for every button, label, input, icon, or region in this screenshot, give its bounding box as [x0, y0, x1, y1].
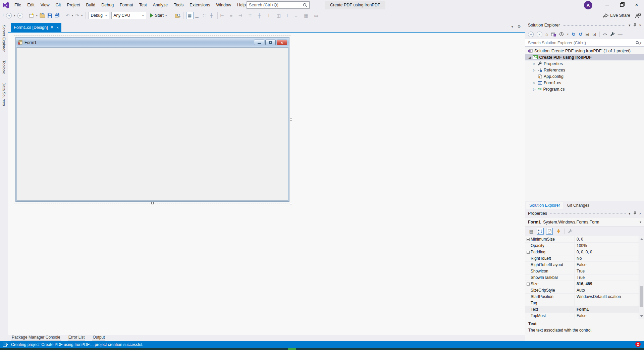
- expand-icon[interactable]: [527, 251, 530, 254]
- properties-wrench-icon[interactable]: [610, 32, 615, 37]
- chevron-collapsed-icon[interactable]: ▷: [533, 68, 536, 72]
- menu-edit[interactable]: Edit: [24, 1, 38, 9]
- property-row[interactable]: Opacity 100%: [525, 243, 644, 249]
- winforms-designer-surface[interactable]: Form1 ×: [8, 32, 525, 335]
- close-button[interactable]: ×: [629, 0, 644, 10]
- home-icon[interactable]: ⌂: [545, 32, 548, 37]
- tab-list-dropdown-icon[interactable]: ▾: [511, 24, 513, 29]
- chevron-collapsed-icon[interactable]: ▷: [533, 62, 536, 65]
- feedback-icon[interactable]: [3, 342, 8, 347]
- menu-format[interactable]: Format: [117, 1, 136, 9]
- undo-dropdown-icon[interactable]: ▾: [72, 14, 73, 17]
- undo-button[interactable]: ↶: [66, 13, 70, 18]
- property-value[interactable]: [574, 300, 644, 306]
- pane-drag-texture[interactable]: [550, 213, 626, 215]
- chevron-collapsed-icon[interactable]: ▷: [533, 88, 536, 91]
- close-pane-icon[interactable]: ×: [639, 23, 641, 27]
- property-value[interactable]: 100%: [574, 243, 644, 249]
- property-value[interactable]: 816, 489: [574, 281, 644, 287]
- menu-build[interactable]: Build: [83, 1, 98, 9]
- collapse-all-icon[interactable]: ⊟: [585, 32, 589, 37]
- expand-icon[interactable]: [527, 238, 530, 241]
- property-row[interactable]: ShowIcon True: [525, 268, 644, 274]
- properties-scrollbar[interactable]: [639, 236, 644, 319]
- solution-configuration-dropdown[interactable]: Debug ▾: [89, 12, 109, 19]
- view-code-icon[interactable]: <>: [603, 32, 607, 36]
- tab-output[interactable]: Output: [92, 335, 105, 341]
- property-value[interactable]: No: [574, 255, 644, 261]
- resize-handle-right[interactable]: [290, 118, 292, 120]
- close-pane-icon[interactable]: ×: [639, 211, 641, 215]
- property-value[interactable]: Form1: [574, 306, 644, 312]
- property-row[interactable]: Padding 0, 0, 0, 0: [525, 249, 644, 255]
- tree-row-appconfig[interactable]: App.config: [525, 73, 644, 80]
- tree-row-project[interactable]: ◢ C# Create PDF using IronPDF: [525, 54, 644, 60]
- redo-dropdown-icon[interactable]: ▾: [81, 14, 83, 17]
- navigate-forward-button[interactable]: ▸: [17, 13, 23, 18]
- tree-row-properties[interactable]: ▷ Properties: [525, 60, 644, 67]
- categorized-icon[interactable]: ▤: [528, 228, 535, 235]
- events-lightning-icon[interactable]: [555, 228, 562, 235]
- menu-view[interactable]: View: [38, 1, 53, 9]
- menu-analyze[interactable]: Analyze: [150, 1, 171, 9]
- sidebar-item-server-explorer[interactable]: Server Explorer: [2, 25, 6, 52]
- new-project-button[interactable]: [29, 13, 34, 18]
- property-value[interactable]: Auto: [574, 287, 644, 293]
- chevron-expanded-icon[interactable]: ◢: [528, 56, 531, 59]
- tree-row-references[interactable]: ▷ References: [525, 67, 644, 73]
- pane-menu-dropdown-icon[interactable]: ▾: [629, 211, 631, 216]
- show-grid-toggle[interactable]: ▦: [186, 12, 194, 19]
- start-debugging-button[interactable]: Start ▾: [148, 11, 169, 19]
- form-maximize-button[interactable]: [265, 40, 276, 45]
- pin-icon[interactable]: [633, 211, 637, 215]
- pane-menu-dropdown-icon[interactable]: ▾: [629, 23, 631, 28]
- menu-git[interactable]: Git: [53, 1, 64, 9]
- property-row[interactable]: ShowInTaskbar True: [525, 274, 644, 281]
- switch-views-icon[interactable]: [551, 32, 556, 37]
- tab-form1-design[interactable]: Form1.cs [Design] ×: [11, 23, 61, 32]
- menu-extensions[interactable]: Extensions: [186, 1, 213, 9]
- menu-debug[interactable]: Debug: [98, 1, 117, 9]
- property-row-selected[interactable]: Text Form1: [525, 306, 644, 313]
- property-value[interactable]: False: [574, 313, 644, 319]
- pending-changes-filter-icon[interactable]: [559, 32, 564, 37]
- show-all-files-icon[interactable]: —: [618, 32, 623, 37]
- new-project-dropdown-icon[interactable]: ▾: [36, 14, 38, 17]
- filter-dropdown-icon[interactable]: ▾: [567, 33, 569, 36]
- scroll-up-icon[interactable]: [640, 238, 643, 240]
- chevron-collapsed-icon[interactable]: ▷: [533, 81, 536, 85]
- find-in-files-button[interactable]: [175, 13, 180, 18]
- toolbar-grip[interactable]: ⋮: [0, 13, 4, 18]
- notification-bell[interactable]: 2: [635, 342, 641, 347]
- property-row[interactable]: StartPosition WindowsDefaultLocation: [525, 294, 644, 300]
- menu-project[interactable]: Project: [64, 1, 83, 9]
- tree-row-program[interactable]: ▷ C# Program.cs: [525, 86, 644, 92]
- sidebar-item-data-sources[interactable]: Data Sources: [2, 83, 6, 106]
- scroll-down-icon[interactable]: [640, 315, 643, 317]
- sidebar-item-toolbox[interactable]: Toolbox: [2, 60, 6, 74]
- menu-file[interactable]: File: [11, 1, 24, 9]
- open-folder-button[interactable]: [40, 13, 45, 18]
- alphabetical-sort-icon[interactable]: AZ: [537, 228, 544, 235]
- form-minimize-button[interactable]: [254, 40, 264, 45]
- minimize-button[interactable]: [600, 0, 614, 10]
- pane-drag-texture[interactable]: [562, 25, 626, 27]
- navigate-back-dropdown-icon[interactable]: ▾: [14, 14, 15, 17]
- save-button[interactable]: [47, 13, 52, 18]
- notification-badge[interactable]: 2: [635, 342, 641, 347]
- property-row[interactable]: SizeGripStyle Auto: [525, 287, 644, 294]
- scrollbar-thumb[interactable]: [640, 286, 643, 307]
- save-all-button[interactable]: [54, 13, 60, 18]
- tab-error-list[interactable]: Error List: [68, 335, 86, 341]
- forward-button[interactable]: ▸: [537, 32, 542, 37]
- live-share-button[interactable]: Live Share: [603, 13, 630, 18]
- restore-button[interactable]: [614, 0, 629, 10]
- property-row[interactable]: RightToLeftLayout False: [525, 262, 644, 268]
- menu-test[interactable]: Test: [136, 1, 150, 9]
- refresh-icon[interactable]: ↻: [572, 32, 576, 37]
- resize-handle-bottom[interactable]: [151, 202, 154, 204]
- designed-form-client-area[interactable]: [16, 47, 288, 201]
- sync-with-active-document-icon[interactable]: ↺: [579, 32, 583, 37]
- property-row[interactable]: Tag: [525, 300, 644, 306]
- pin-tab-icon[interactable]: [50, 26, 54, 30]
